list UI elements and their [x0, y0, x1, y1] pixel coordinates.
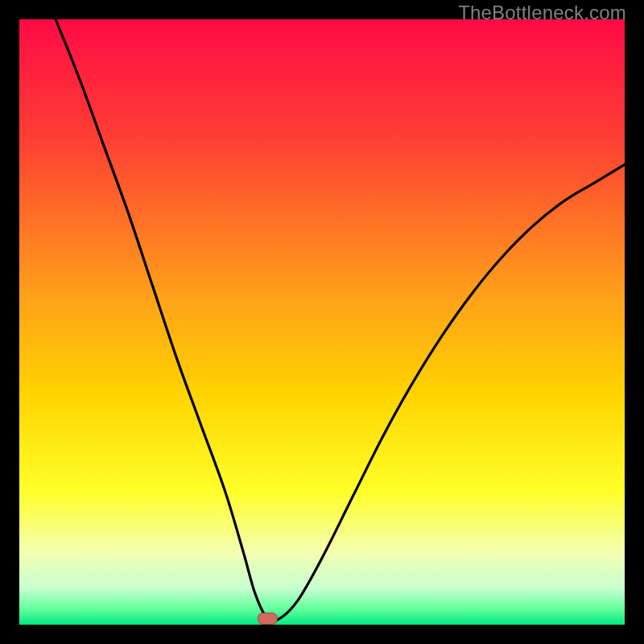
plot-frame	[19, 19, 625, 625]
optimum-marker	[258, 613, 277, 624]
watermark-text: TheBottleneck.com	[458, 2, 626, 24]
gradient-background	[19, 19, 625, 625]
bottleneck-chart	[19, 19, 625, 625]
